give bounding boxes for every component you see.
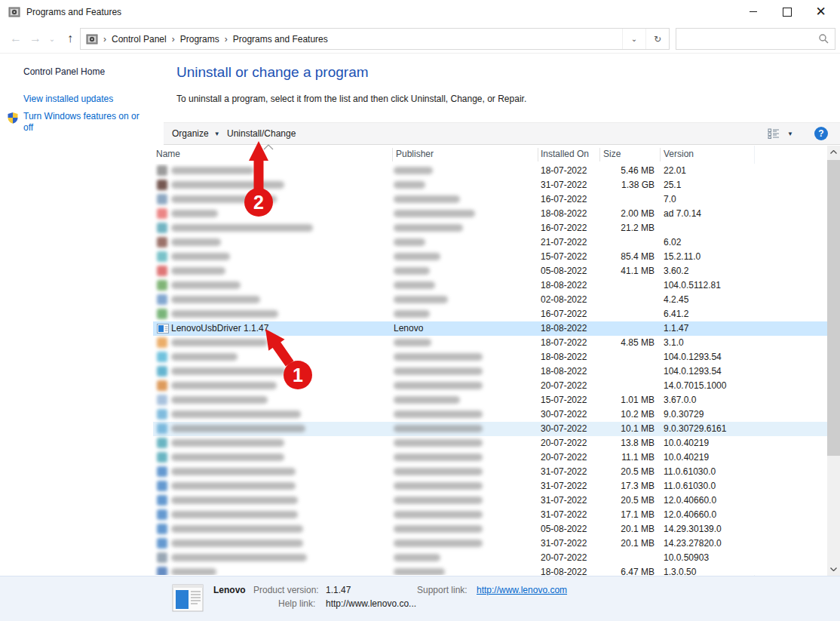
blurred-program-name (171, 496, 298, 504)
breadcrumb-control-panel[interactable]: Control Panel (112, 34, 167, 45)
recent-locations-button[interactable]: ⌄ (45, 24, 59, 53)
table-row[interactable]: 18-08-2022104.0.1293.54 (153, 364, 827, 379)
program-version: 3.67.0.0 (664, 393, 696, 407)
sidebar-item-control-panel-home[interactable]: Control Panel Home (23, 66, 105, 77)
table-row[interactable]: 31-07-202220.1 MB14.23.27820.0 (153, 536, 827, 551)
sidebar-link-view-installed-updates[interactable]: View installed updates (23, 94, 113, 104)
help-button[interactable]: ? (814, 127, 828, 140)
view-options-dropdown[interactable]: ▼ (787, 131, 793, 137)
program-publisher-blurred (394, 307, 430, 318)
blurred-program-publisher (394, 511, 483, 518)
uninstall-change-button[interactable]: Uninstall/Change (227, 123, 296, 144)
back-button[interactable]: ← (6, 24, 26, 53)
table-row[interactable]: 31-07-202220.5 MB11.0.61030.0 (153, 465, 827, 479)
blurred-program-name (171, 224, 313, 232)
column-header-size[interactable]: Size (603, 149, 621, 159)
forward-button[interactable]: → (26, 24, 45, 53)
address-bar[interactable]: › Control Panel › Programs › Programs an… (80, 28, 670, 50)
table-row[interactable]: 31-07-202220.5 MB12.0.40660.0 (153, 493, 827, 508)
column-header-name[interactable]: Name (156, 149, 180, 159)
scroll-down-button[interactable] (827, 563, 840, 576)
table-row[interactable]: 31-07-20221.38 GB25.1 (153, 178, 827, 192)
table-row[interactable]: 21-07-20226.02 (153, 235, 827, 250)
refresh-button[interactable]: ↻ (645, 29, 669, 49)
table-row[interactable]: 20-07-202214.0.7015.1000 (153, 379, 827, 393)
table-row[interactable]: 15-07-202285.4 MB15.2.11.0 (153, 250, 827, 264)
table-row[interactable]: 18-08-20222.00 MBad 7.0.14 (153, 207, 827, 221)
column-header-publisher[interactable]: Publisher (396, 149, 434, 159)
column-header-installed-on[interactable]: Installed On (541, 149, 589, 159)
table-row[interactable]: 18-08-2022104.0.5112.81 (153, 278, 827, 293)
table-row[interactable]: 16-07-202221.2 MB (153, 221, 827, 235)
maximize-button[interactable] (770, 0, 804, 23)
scrollbar-thumb[interactable] (827, 160, 840, 456)
blurred-program-name (171, 525, 303, 533)
program-name-blurred (171, 536, 303, 547)
uninstall-change-label: Uninstall/Change (227, 128, 296, 139)
table-row[interactable]: 20-07-202211.1 MB10.0.40219 (153, 450, 827, 465)
program-publisher-blurred (394, 364, 483, 375)
program-name-blurred (171, 436, 284, 447)
program-installed-on: 18-08-2022 (541, 278, 587, 293)
table-row[interactable]: LenovoUsbDriver 1.1.47Lenovo18-08-20221.… (153, 321, 827, 336)
blurred-program-publisher (394, 540, 483, 547)
table-row[interactable]: 05-08-202241.1 MB3.60.2 (153, 264, 827, 278)
program-version: 3.1.0 (664, 336, 684, 350)
table-row[interactable]: 31-07-202217.1 MB12.0.40660.0 (153, 508, 827, 522)
change-view-icon[interactable] (768, 128, 780, 139)
blurred-program-publisher (394, 238, 425, 246)
program-version: 7.0 (664, 192, 676, 207)
vertical-scrollbar[interactable] (827, 146, 840, 576)
program-publisher-blurred (394, 164, 433, 174)
table-row[interactable]: 16-07-20227.0 (153, 192, 827, 207)
address-dropdown-button[interactable]: ⌄ (622, 29, 645, 49)
close-button[interactable]: ✕ (804, 0, 838, 23)
blurred-program-icon (157, 223, 167, 233)
table-row[interactable]: 20-07-202213.8 MB10.0.40219 (153, 436, 827, 450)
blurred-program-name (171, 468, 296, 475)
breadcrumb-programs[interactable]: Programs (180, 34, 219, 45)
blurred-program-name (171, 410, 301, 418)
scroll-up-button[interactable] (827, 146, 840, 158)
table-row[interactable]: 16-07-20226.41.2 (153, 307, 827, 321)
blurred-program-name (171, 382, 277, 389)
organize-button[interactable]: Organize ▼ (172, 123, 220, 144)
blurred-program-icon (157, 409, 167, 420)
table-row[interactable]: 20-07-202210.0.50903 (153, 551, 827, 565)
table-row[interactable]: 31-07-202217.3 MB11.0.61030.0 (153, 479, 827, 493)
support-link[interactable]: http://www.lenovo.com (477, 585, 567, 595)
program-publisher-blurred (394, 450, 483, 461)
table-row[interactable]: 30-07-202210.2 MB9.0.30729 (153, 407, 827, 422)
search-input[interactable] (681, 31, 812, 47)
blurred-program-name (171, 396, 268, 404)
program-name-blurred (171, 164, 254, 174)
blurred-program-publisher (394, 396, 460, 404)
blurred-program-icon (157, 452, 167, 463)
maximize-icon (783, 8, 792, 17)
uac-shield-icon (7, 112, 19, 124)
up-button[interactable]: ↑ (60, 24, 80, 53)
blurred-program-name (171, 425, 305, 432)
table-row[interactable]: 02-08-20224.2.45 (153, 293, 827, 307)
table-row[interactable]: 05-08-202220.1 MB14.29.30139.0 (153, 522, 827, 536)
blurred-program-publisher (394, 195, 460, 203)
program-publisher-blurred (394, 350, 483, 361)
minimize-button[interactable] (736, 0, 770, 23)
program-version: 6.02 (664, 235, 681, 250)
table-row[interactable]: 18-07-20224.85 MB3.1.0 (153, 336, 827, 350)
program-publisher-blurred (394, 393, 460, 404)
blurred-program-name (171, 367, 286, 375)
program-version: 14.23.27820.0 (664, 536, 722, 551)
table-row[interactable]: 18-07-20225.46 MB22.01 (153, 164, 827, 178)
breadcrumb-programs-and-features[interactable]: Programs and Features (233, 34, 328, 45)
table-row[interactable]: 18-08-20226.47 MB1.3.0.50 (153, 565, 827, 575)
program-name-blurred (171, 178, 284, 189)
column-header-version[interactable]: Version (664, 149, 694, 159)
sidebar-link-turn-windows-features[interactable]: Turn Windows features on or off (23, 111, 152, 134)
table-row[interactable]: 15-07-20221.01 MB3.67.0.0 (153, 393, 827, 407)
table-row[interactable]: 18-08-2022104.0.1293.54 (153, 350, 827, 364)
blurred-program-publisher (394, 367, 483, 375)
table-row[interactable]: 30-07-202210.1 MB9.0.30729.6161 (153, 422, 827, 436)
back-icon: ← (10, 32, 22, 45)
column-divider (538, 148, 538, 161)
